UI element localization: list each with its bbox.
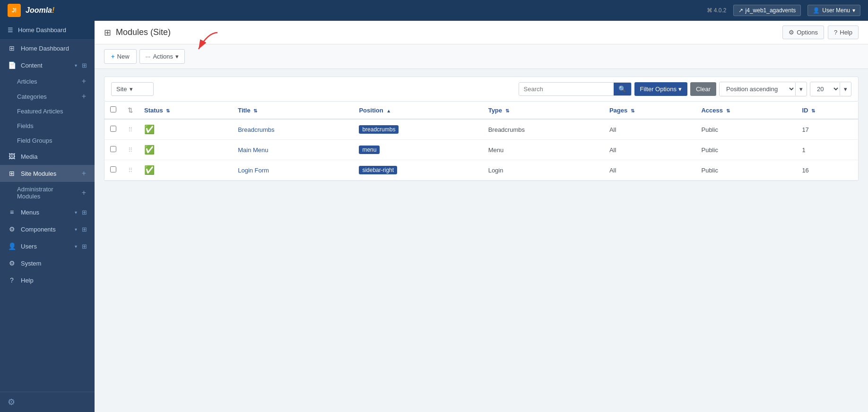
sidebar-item-label: Fields (17, 122, 34, 129)
pages-col: All (604, 140, 696, 160)
grid-icon[interactable]: ⊞ (82, 243, 87, 250)
table-row: ⠿ ✅ Login Form sidebar-right Login All P… (104, 160, 858, 180)
sort-arrows-icon: ⇅ (128, 107, 133, 114)
sort-select-wrap: Position ascending Position descending T… (719, 82, 807, 96)
title-col-label: Title (238, 107, 251, 114)
help-button[interactable]: ? Help (828, 26, 859, 39)
module-title-link[interactable]: Breadcrumbs (238, 126, 274, 133)
position-col-header[interactable]: Position ▲ (353, 102, 482, 119)
clear-button[interactable]: Clear (690, 82, 716, 96)
row-checkbox[interactable] (110, 126, 116, 132)
sidebar-item-field-groups[interactable]: Field Groups (0, 133, 95, 148)
module-title-link[interactable]: Login Form (238, 167, 269, 174)
actions-button[interactable]: ··· Actions ▾ (139, 49, 185, 64)
media-icon: 🖼 (8, 153, 16, 160)
sidebar-item-components[interactable]: ⚙ Components ▾ ⊞ (0, 221, 95, 238)
select-all-checkbox[interactable] (110, 106, 116, 112)
position-badge: menu (359, 146, 380, 154)
sort-select[interactable]: Position ascending Position descending T… (720, 82, 795, 96)
title-col-header[interactable]: Title ⇅ (232, 102, 353, 119)
chevron-icon: ▾ (75, 227, 77, 232)
toolbar: + New ··· Actions ▾ (95, 44, 868, 69)
sidebar-item-categories[interactable]: Categories + (0, 89, 95, 104)
sidebar-item-help[interactable]: ? Help (0, 272, 95, 289)
sidebar-item-menus[interactable]: ≡ Menus ▾ ⊞ (0, 204, 95, 221)
chevron-down-icon: ▾ (799, 86, 803, 93)
new-button[interactable]: + New (104, 49, 137, 64)
type-col: Breadcrumbs (483, 119, 604, 140)
module-title-link[interactable]: Main Menu (238, 146, 268, 154)
sidebar-item-fields[interactable]: Fields (0, 119, 95, 133)
grid-icon[interactable]: ⊞ (82, 62, 87, 69)
title-col: Main Menu (232, 140, 353, 160)
options-button[interactable]: ⚙ Options (782, 26, 824, 39)
sidebar-item-articles[interactable]: Articles + (0, 74, 95, 89)
status-col: ✅ (139, 119, 232, 140)
title-col: Login Form (232, 160, 353, 180)
topbar-site-button[interactable]: ↗ j4_web1_agadvents (733, 5, 801, 16)
site-select[interactable]: Site ▾ (111, 82, 154, 96)
per-page-select[interactable]: 20 25 50 100 (810, 82, 840, 96)
sort-icon: ⇅ (631, 108, 634, 113)
sidebar-item-site-modules[interactable]: ⊞ Site Modules + (0, 165, 95, 182)
row-checkbox[interactable] (110, 146, 116, 152)
id-col-header[interactable]: ID ⇅ (796, 102, 858, 119)
pages-col-header[interactable]: Pages ⇅ (604, 102, 696, 119)
topbar-user-button[interactable]: 👤 User Menu ▾ (807, 5, 860, 16)
select-all-col (104, 102, 122, 119)
per-page-btn[interactable]: ▾ (840, 83, 851, 95)
sidebar-item-toggle-menu[interactable]: ☰ Home Dashboard (0, 21, 95, 40)
sidebar-item-system[interactable]: ⚙ System (0, 255, 95, 272)
id-col: 16 (796, 160, 858, 180)
search-input[interactable] (519, 83, 614, 95)
drag-handle-col[interactable]: ⠿ (122, 160, 139, 180)
grid-icon[interactable]: ⊞ (82, 209, 87, 216)
categories-add-button[interactable]: + (81, 93, 87, 100)
grid-icon[interactable]: ⊞ (82, 226, 87, 233)
filter-options-label: Filter Options (640, 86, 677, 93)
type-col: Login (483, 160, 604, 180)
filter-table-container: Site ▾ 🔍 Filter Options (104, 77, 859, 181)
dots-icon: ··· (146, 53, 151, 60)
id-col: 17 (796, 119, 858, 140)
filter-bar-right: 🔍 Filter Options ▾ Clear Position (519, 82, 851, 96)
position-badge: breadcrumbs (359, 125, 399, 134)
topbar-version: ⌘ 4.0.2 (707, 7, 727, 14)
sort-icon: ⇅ (166, 108, 170, 113)
chevron-down-icon: ▾ (852, 7, 855, 14)
type-col-header[interactable]: Type ⇅ (483, 102, 604, 119)
drag-handle-col[interactable]: ⠿ (122, 119, 139, 140)
gear-icon: ⚙ (789, 29, 794, 36)
status-enabled-icon: ✅ (144, 145, 155, 154)
sidebar-item-home-dashboard[interactable]: ⊞ Home Dashboard (0, 40, 95, 57)
sort-icon: ⇅ (505, 108, 509, 113)
sidebar-item-administrator-modules[interactable]: Administrator Modules + (0, 182, 95, 204)
drag-handle-col[interactable]: ⠿ (122, 140, 139, 160)
help-label: Help (840, 29, 852, 36)
access-col-header[interactable]: Access ⇅ (695, 102, 796, 119)
main-content: Site ▾ 🔍 Filter Options (95, 69, 868, 412)
system-icon: ⚙ (8, 259, 16, 267)
sort-icon: ⇅ (726, 108, 730, 113)
row-checkbox[interactable] (110, 166, 116, 172)
menus-icon: ≡ (8, 208, 16, 216)
sidebar-item-label: Users (21, 243, 70, 250)
filter-bar-left: Site ▾ (111, 82, 154, 96)
sidebar-item-label: Categories (17, 93, 47, 100)
clear-label: Clear (696, 86, 711, 93)
sort-btn[interactable]: ▾ (795, 83, 807, 95)
site-modules-add-button[interactable]: + (81, 170, 87, 177)
sidebar-item-featured-articles[interactable]: Featured Articles (0, 104, 95, 119)
search-button[interactable]: 🔍 (614, 83, 631, 95)
status-col-header[interactable]: Status ⇅ (139, 102, 232, 119)
sidebar-item-content[interactable]: 📄 Content ▾ ⊞ (0, 57, 95, 74)
sidebar-item-media[interactable]: 🖼 Media (0, 148, 95, 165)
joomla-footer-icon: ⚙ (8, 397, 87, 407)
hamburger-icon: ☰ (8, 26, 13, 34)
filter-options-button[interactable]: Filter Options ▾ (634, 82, 687, 96)
table-header-row: ⇅ Status ⇅ Title ⇅ (104, 102, 858, 119)
sidebar-item-users[interactable]: 👤 Users ▾ ⊞ (0, 238, 95, 255)
articles-add-button[interactable]: + (81, 77, 87, 85)
page-title: Modules (Site) (116, 27, 778, 37)
admin-modules-add-button[interactable]: + (81, 189, 87, 197)
